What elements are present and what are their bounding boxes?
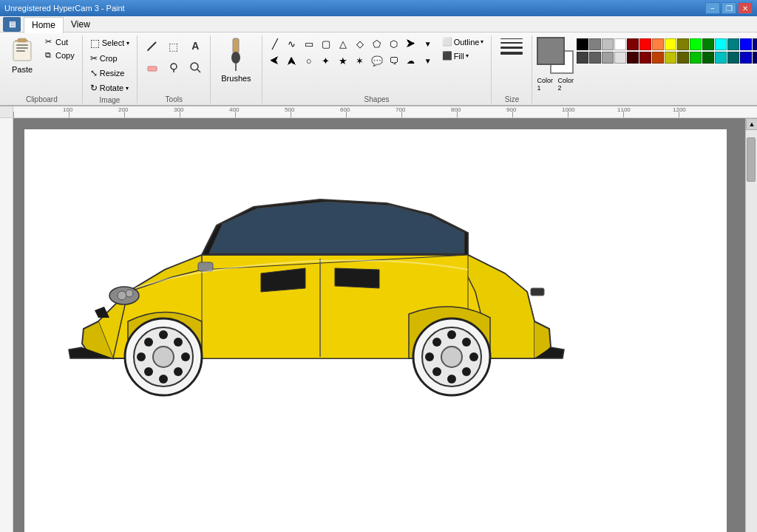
- tab-home[interactable]: Home: [24, 17, 64, 33]
- cut-button[interactable]: ✂ Cut: [40, 35, 78, 48]
- resize-label: Resize: [100, 69, 125, 78]
- shape-hexagon[interactable]: ⬡: [386, 35, 402, 52]
- brushes-button[interactable]: Brushes: [215, 35, 257, 84]
- vertical-scrollbar[interactable]: ▲ ▼: [745, 118, 757, 532]
- palette-swatch-r2-5[interactable]: [639, 52, 651, 64]
- shape-uparrow[interactable]: ⮝: [284, 52, 300, 69]
- rotate-label: Rotate: [100, 83, 123, 92]
- svg-rect-4: [16, 50, 25, 52]
- minimize-button[interactable]: −: [705, 2, 720, 14]
- shape-line[interactable]: ╱: [267, 35, 283, 52]
- scroll-up-button[interactable]: ▲: [746, 118, 757, 130]
- close-button[interactable]: ✕: [738, 2, 753, 14]
- palette-swatch-r1-10[interactable]: [702, 38, 714, 50]
- ruler-corner: [0, 106, 13, 118]
- outline-dropdown: ▾: [481, 38, 483, 45]
- magnifier-tool[interactable]: [185, 57, 206, 78]
- canvas-scroll-area[interactable]: [13, 118, 745, 532]
- svg-point-36: [462, 367, 471, 376]
- palette-swatch-r2-1[interactable]: [589, 52, 601, 64]
- palette-swatch-r1-4[interactable]: [627, 38, 639, 50]
- color1-swatch[interactable]: [537, 37, 565, 65]
- titlebar: Unregistered HyperCam 3 - Paint − ❐ ✕: [0, 0, 757, 16]
- shape-callout[interactable]: 💬: [369, 52, 385, 69]
- size-line-1[interactable]: [500, 38, 523, 39]
- restore-button[interactable]: ❐: [722, 2, 736, 14]
- palette-swatch-r2-14[interactable]: [753, 52, 757, 64]
- ruler-horizontal: 100200300400500600700800900100011001200: [0, 106, 757, 118]
- app-menu-button[interactable]: ▤: [3, 17, 21, 32]
- outline-icon: ⬜: [442, 37, 452, 47]
- text-tool[interactable]: A: [185, 35, 206, 56]
- shape-cloud[interactable]: ☁: [403, 52, 419, 69]
- shape-curve[interactable]: ∿: [284, 35, 300, 52]
- shape-diamond[interactable]: ◇: [352, 35, 368, 52]
- shape-star5[interactable]: ★: [335, 52, 351, 69]
- palette-swatch-r2-10[interactable]: [702, 52, 714, 64]
- palette-swatch-r1-14[interactable]: [753, 38, 757, 50]
- palette-swatch-r2-6[interactable]: [652, 52, 664, 64]
- palette-swatch-r2-7[interactable]: [665, 52, 676, 64]
- palette-swatch-r2-12[interactable]: [727, 52, 739, 64]
- svg-point-26: [159, 375, 168, 383]
- palette-swatch-r1-0[interactable]: [577, 38, 588, 50]
- shape-roundcallout[interactable]: 🗨: [386, 52, 402, 69]
- palette-swatch-r1-8[interactable]: [677, 38, 689, 50]
- palette-swatch-r2-11[interactable]: [715, 52, 727, 64]
- palette-swatch-r2-2[interactable]: [602, 52, 614, 64]
- palette-swatch-r1-2[interactable]: [602, 38, 614, 50]
- palette-swatch-r1-3[interactable]: [614, 38, 626, 50]
- shape-pentagon[interactable]: ⬠: [369, 35, 385, 52]
- palette-swatch-r1-5[interactable]: [639, 38, 651, 50]
- crop-button[interactable]: ✂ Crop: [87, 52, 120, 65]
- tab-view[interactable]: View: [64, 16, 98, 33]
- select-button[interactable]: ⬚ Select ▾: [87, 35, 133, 50]
- shape-rect[interactable]: ▭: [301, 35, 317, 52]
- rotate-button[interactable]: ↻ Rotate ▾: [87, 81, 132, 95]
- shape-star4[interactable]: ✦: [318, 52, 334, 69]
- palette-swatch-r2-13[interactable]: [740, 52, 752, 64]
- palette-swatch-r2-0[interactable]: [577, 52, 588, 64]
- paste-button[interactable]: Paste: [6, 35, 38, 75]
- palette-swatch-r2-9[interactable]: [690, 52, 702, 64]
- palette-swatch-r1-9[interactable]: [690, 38, 702, 50]
- shape-expand2[interactable]: ▼: [420, 52, 436, 69]
- shape-expand[interactable]: ▼: [420, 35, 436, 52]
- shape-rightarrow[interactable]: ⮞: [403, 35, 419, 52]
- shape-leftarrow[interactable]: ⮜: [267, 52, 283, 69]
- pencil-tool[interactable]: [142, 35, 163, 56]
- svg-rect-9: [148, 66, 157, 71]
- size-line-4[interactable]: [500, 52, 523, 55]
- palette-swatch-r2-8[interactable]: [677, 52, 689, 64]
- rotate-icon: ↻: [90, 83, 98, 93]
- palette-swatch-r2-3[interactable]: [614, 52, 626, 64]
- outline-button[interactable]: ⬜ Outline ▾: [439, 35, 487, 48]
- color-picker-tool[interactable]: [163, 57, 184, 78]
- svg-point-27: [137, 352, 146, 361]
- shape-ellipse[interactable]: ○: [301, 52, 317, 69]
- brushes-label: Brushes: [221, 74, 251, 83]
- palette-swatch-r1-7[interactable]: [665, 38, 676, 50]
- palette-swatch-r1-11[interactable]: [715, 38, 727, 50]
- v-scroll-thumb[interactable]: [747, 137, 756, 182]
- shape-triangle[interactable]: △: [335, 35, 351, 52]
- palette-swatch-r1-13[interactable]: [740, 38, 752, 50]
- palette-swatch-r1-12[interactable]: [727, 38, 739, 50]
- palette-swatch-r2-4[interactable]: [627, 52, 639, 64]
- size-line-3[interactable]: [500, 47, 523, 49]
- svg-rect-5: [18, 38, 27, 42]
- shape-roundrect[interactable]: ▢: [318, 35, 334, 52]
- size-line-2[interactable]: [500, 42, 523, 44]
- palette-swatch-r1-1[interactable]: [589, 38, 601, 50]
- ribbon: Paste ✂ Cut ⧉ Copy Clipboard ⬚ Select ▾: [0, 33, 757, 106]
- fill-tool[interactable]: ⬚: [163, 35, 184, 56]
- eraser-tool[interactable]: [142, 57, 163, 78]
- palette-swatch-r1-6[interactable]: [652, 38, 664, 50]
- resize-button[interactable]: ⤡ Resize: [87, 66, 128, 80]
- copy-button[interactable]: ⧉ Copy: [40, 49, 78, 61]
- ruler-vertical: [0, 118, 13, 532]
- shape-star6[interactable]: ✶: [352, 52, 368, 69]
- v-scroll-track[interactable]: [746, 130, 757, 532]
- fill-button[interactable]: ⬛ Fill ▾: [439, 50, 487, 62]
- paste-icon: [10, 37, 34, 65]
